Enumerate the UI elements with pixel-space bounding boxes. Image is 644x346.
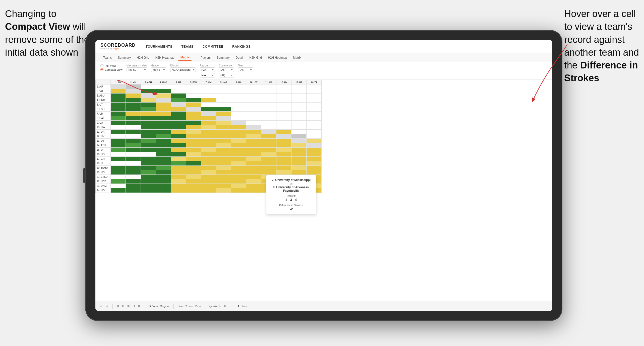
matrix-cell[interactable] [261,103,276,107]
matrix-cell[interactable] [156,161,171,166]
matrix-cell[interactable] [231,143,246,148]
matrix-cell[interactable] [216,161,231,166]
matrix-cell[interactable] [111,157,126,161]
matrix-cell[interactable] [216,170,231,175]
tab-players-summary[interactable]: Summary [214,55,232,60]
matrix-cell[interactable] [261,116,276,121]
matrix-cell[interactable] [171,139,186,143]
matrix-cell[interactable] [201,125,216,130]
matrix-cell[interactable] [276,125,291,130]
matrix-cell[interactable] [141,125,156,130]
matrix-cell[interactable] [231,103,246,107]
matrix-cell[interactable] [171,161,186,166]
matrix-cell[interactable] [307,107,322,112]
tab-players-h2h-heatmap[interactable]: H2H Heatmap [265,55,289,60]
matrix-cell[interactable] [156,94,171,98]
matrix-cell[interactable] [201,103,216,107]
matrix-cell[interactable] [201,152,216,157]
matrix-cell[interactable] [141,112,156,116]
matrix-cell[interactable] [246,166,261,170]
matrix-cell[interactable] [141,179,156,184]
matrix-cell[interactable] [231,139,246,143]
matrix-cell[interactable] [201,179,216,184]
matrix-cell[interactable] [291,139,307,143]
matrix-cell[interactable] [111,103,126,107]
matrix-cell[interactable] [216,94,231,98]
matrix-cell[interactable] [291,107,307,112]
tab-h2h-heatmap[interactable]: H2H Heatmap [153,55,177,60]
matrix-cell[interactable] [111,175,126,179]
matrix-cell[interactable] [231,125,246,130]
matrix-cell[interactable] [291,121,307,125]
matrix-cell[interactable] [291,125,307,130]
matrix-cell[interactable] [171,175,186,179]
matrix-cell[interactable] [261,84,276,89]
save-custom-button[interactable]: Save Custom View [178,305,201,308]
matrix-cell[interactable] [231,134,246,139]
matrix-cell[interactable] [261,125,276,130]
tab-matrix[interactable]: Matrix [178,55,192,61]
matrix-cell[interactable] [261,139,276,143]
matrix-cell[interactable] [216,148,231,152]
matrix-cell[interactable] [171,188,186,193]
gender-select[interactable]: Men's [151,67,166,72]
matrix-cell[interactable] [141,170,156,175]
toolbar-icon6[interactable]: ⊞ [223,304,226,308]
matrix-cell[interactable] [186,161,201,166]
matrix-cell[interactable] [246,121,261,125]
matrix-cell[interactable] [216,125,231,130]
matrix-cell[interactable] [231,130,246,134]
matrix-cell[interactable] [126,143,141,148]
matrix-cell[interactable] [156,148,171,152]
matrix-cell[interactable] [111,130,126,134]
matrix-cell[interactable] [276,166,291,170]
matrix-cell[interactable] [261,157,276,161]
matrix-cell[interactable] [307,84,322,89]
toolbar-icon2[interactable]: ⊕ [122,304,124,308]
matrix-cell[interactable] [141,184,156,188]
matrix-cell[interactable] [201,139,216,143]
matrix-cell[interactable] [126,84,141,89]
matrix-cell[interactable] [231,107,246,112]
matrix-cell[interactable] [156,89,171,94]
matrix-cell[interactable] [141,143,156,148]
matrix-cell[interactable] [201,184,216,188]
matrix-cell[interactable] [216,184,231,188]
matrix-cell[interactable] [126,139,141,143]
matrix-cell[interactable] [201,175,216,179]
matrix-cell[interactable] [156,188,171,193]
matrix-cell[interactable] [216,103,231,107]
matrix-cell[interactable] [307,143,322,148]
matrix-cell[interactable] [111,125,126,130]
matrix-cell[interactable] [231,116,246,121]
matrix-cell[interactable] [231,89,246,94]
full-view-option[interactable]: Full View [100,64,123,67]
matrix-cell[interactable] [307,130,322,134]
matrix-cell[interactable] [141,84,156,89]
matrix-cell[interactable] [156,170,171,175]
matrix-cell[interactable] [111,166,126,170]
matrix-cell[interactable] [291,84,307,89]
matrix-cell[interactable] [126,125,141,130]
matrix-cell[interactable] [156,134,171,139]
matrix-cell[interactable] [246,161,261,166]
matrix-cell[interactable] [186,179,201,184]
matrix-cell[interactable] [261,152,276,157]
matrix-cell[interactable] [186,121,201,125]
matrix-cell[interactable] [126,166,141,170]
matrix-cell[interactable] [246,134,261,139]
matrix-cell[interactable] [246,188,261,193]
matrix-cell[interactable] [276,152,291,157]
matrix-cell[interactable] [186,89,201,94]
region-select[interactable]: N/A [200,67,215,72]
matrix-cell[interactable] [261,161,276,166]
matrix-cell[interactable] [216,139,231,143]
matrix-cell[interactable] [171,184,186,188]
matrix-cell[interactable] [126,170,141,175]
matrix-cell[interactable] [261,107,276,112]
matrix-cell[interactable] [171,134,186,139]
conference-select[interactable]: (All) [219,67,234,72]
matrix-cell[interactable] [307,139,322,143]
matrix-cell[interactable] [307,112,322,116]
matrix-cell[interactable] [111,121,126,125]
